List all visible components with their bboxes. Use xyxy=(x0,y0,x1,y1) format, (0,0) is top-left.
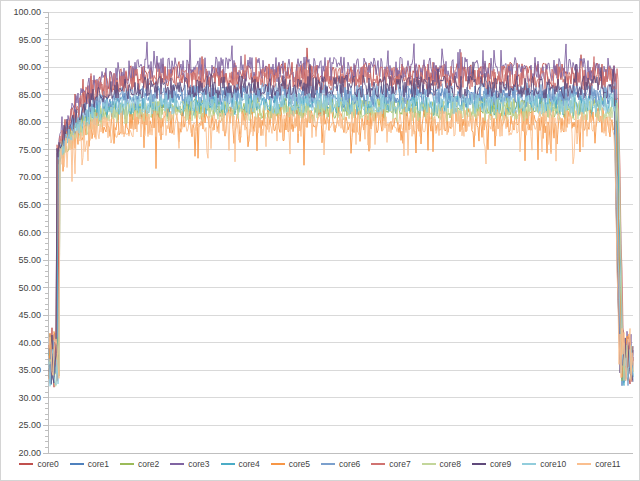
y-axis-tick-label: 75.00 xyxy=(18,145,41,155)
legend-label: core6 xyxy=(339,459,360,469)
legend-item-core9: core9 xyxy=(472,459,511,469)
y-axis-tick-label: 45.00 xyxy=(18,310,41,320)
chart-frame: 100.0095.0090.0085.0080.0075.0070.0065.0… xyxy=(0,0,640,481)
legend-item-core7: core7 xyxy=(371,459,410,469)
legend-item-core11: core11 xyxy=(577,459,620,469)
chart-legend: core0core1core2core3core4core5core6core7… xyxy=(1,456,639,472)
legend-label: core8 xyxy=(440,459,461,469)
legend-label: core9 xyxy=(490,459,511,469)
y-axis-tick-label: 85.00 xyxy=(18,90,41,100)
series-line-core8 xyxy=(49,101,633,386)
legend-item-core0: core0 xyxy=(19,459,58,469)
legend-line-marker xyxy=(70,463,84,465)
legend-label: core10 xyxy=(540,459,566,469)
y-axis-tick-label: 95.00 xyxy=(18,35,41,45)
line-chart-plot: 100.0095.0090.0085.0080.0075.0070.0065.0… xyxy=(1,1,640,481)
series-line-core5 xyxy=(49,107,633,379)
y-axis-tick-label: 70.00 xyxy=(18,172,41,182)
legend-label: core2 xyxy=(138,459,159,469)
y-axis-tick-label: 80.00 xyxy=(18,117,41,127)
legend-line-marker xyxy=(371,463,385,465)
legend-item-core8: core8 xyxy=(422,459,461,469)
legend-label: core1 xyxy=(88,459,109,469)
legend-line-marker xyxy=(422,463,436,465)
legend-item-core5: core5 xyxy=(271,459,310,469)
legend-label: core0 xyxy=(37,459,58,469)
legend-line-marker xyxy=(522,463,536,465)
y-axis-tick-label: 60.00 xyxy=(18,228,41,238)
legend-line-marker xyxy=(321,463,335,465)
y-axis-tick-label: 65.00 xyxy=(18,200,41,210)
legend-line-marker xyxy=(120,463,134,465)
y-axis-tick-label: 50.00 xyxy=(18,283,41,293)
legend-label: core5 xyxy=(289,459,310,469)
legend-item-core4: core4 xyxy=(221,459,260,469)
legend-item-core1: core1 xyxy=(70,459,109,469)
series-line-core11 xyxy=(49,110,633,380)
legend-item-core3: core3 xyxy=(170,459,209,469)
legend-line-marker xyxy=(472,463,486,465)
y-axis-tick-label: 25.00 xyxy=(18,420,41,430)
y-axis-tick-label: 35.00 xyxy=(18,365,41,375)
series-line-core4 xyxy=(49,95,633,385)
legend-line-marker xyxy=(577,463,591,465)
y-axis-tick-label: 55.00 xyxy=(18,255,41,265)
legend-label: core4 xyxy=(239,459,260,469)
legend-line-marker xyxy=(271,463,285,465)
y-axis-tick-label: 90.00 xyxy=(18,62,41,72)
legend-item-core2: core2 xyxy=(120,459,159,469)
legend-item-core6: core6 xyxy=(321,459,360,469)
series-line-core2 xyxy=(49,97,633,380)
y-axis-tick-label: 30.00 xyxy=(18,393,41,403)
legend-label: core11 xyxy=(595,459,620,469)
legend-line-marker xyxy=(170,463,184,465)
legend-line-marker xyxy=(221,463,235,465)
legend-item-core10: core10 xyxy=(522,459,566,469)
y-axis-tick-label: 40.00 xyxy=(18,338,41,348)
legend-label: core7 xyxy=(389,459,410,469)
y-axis-tick-label: 100.00 xyxy=(13,7,41,17)
legend-label: core3 xyxy=(188,459,209,469)
legend-line-marker xyxy=(19,463,33,465)
